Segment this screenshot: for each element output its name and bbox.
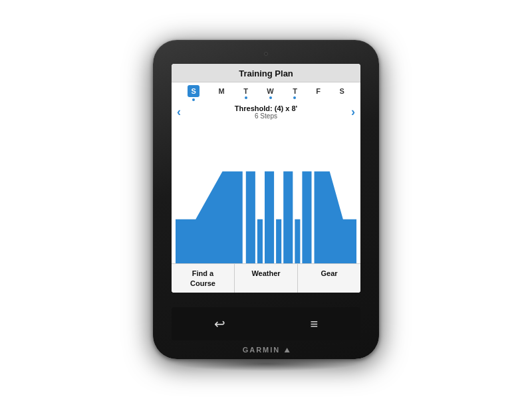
svg-rect-4	[265, 172, 274, 264]
device-screen: Training Plan S M T W	[172, 64, 360, 293]
svg-rect-2	[246, 172, 255, 264]
chart-area	[172, 120, 360, 263]
workout-row: ‹ Threshold: (4) x 8' 6 Steps ›	[172, 102, 360, 120]
screen-title: Training Plan	[239, 68, 293, 78]
svg-rect-5	[276, 219, 281, 264]
garmin-device: Training Plan S M T W	[153, 40, 379, 359]
next-arrow[interactable]: ›	[351, 105, 355, 119]
camera-dot	[264, 52, 268, 56]
day-thursday[interactable]: T	[293, 87, 297, 99]
svg-rect-3	[257, 219, 263, 264]
day-dot-s2	[340, 96, 343, 99]
day-label-s1: S	[188, 85, 200, 97]
svg-rect-8	[302, 172, 311, 264]
day-tuesday[interactable]: T	[243, 87, 248, 99]
days-row: S M T W T	[172, 82, 360, 102]
day-sunday[interactable]: S	[188, 85, 200, 101]
day-label-m: M	[219, 87, 225, 95]
workout-info: Threshold: (4) x 8' 6 Steps	[181, 104, 351, 120]
garmin-logo: GARMIN	[243, 346, 290, 354]
garmin-triangle-icon	[284, 348, 289, 352]
device-body: Training Plan S M T W	[153, 40, 379, 359]
workout-steps: 6 Steps	[181, 112, 351, 120]
day-dot-w	[269, 96, 272, 99]
day-dot-t1	[245, 96, 247, 99]
gear-button[interactable]: Gear	[298, 264, 360, 293]
menu-button[interactable]: ≡	[310, 317, 318, 332]
svg-rect-7	[295, 219, 300, 264]
day-dot-f	[317, 96, 320, 99]
day-monday[interactable]: M	[219, 87, 225, 99]
bottom-buttons: Find aCourse Weather Gear	[172, 263, 360, 293]
day-label-t1: T	[243, 87, 248, 95]
day-label-t2: T	[293, 87, 297, 95]
screen-header: Training Plan	[172, 64, 360, 82]
find-course-button[interactable]: Find aCourse	[172, 264, 235, 293]
day-label-s2: S	[339, 87, 344, 95]
day-dot-s1	[192, 98, 195, 101]
workout-chart	[176, 122, 356, 263]
svg-rect-6	[283, 172, 293, 264]
device-shadow	[173, 356, 359, 371]
day-saturday[interactable]: S	[339, 87, 344, 99]
device-nav-bar: ↩ ≡	[172, 307, 360, 340]
weather-button[interactable]: Weather	[235, 264, 298, 293]
back-button[interactable]: ↩	[214, 316, 225, 332]
day-dot-t2	[293, 96, 296, 99]
day-wednesday[interactable]: W	[267, 87, 273, 99]
brand-text: GARMIN	[243, 346, 281, 354]
workout-title: Threshold: (4) x 8'	[181, 104, 351, 112]
day-friday[interactable]: F	[316, 87, 321, 99]
day-label-f: F	[316, 87, 321, 95]
day-label-w: W	[267, 87, 273, 95]
day-dot-m	[220, 96, 223, 99]
